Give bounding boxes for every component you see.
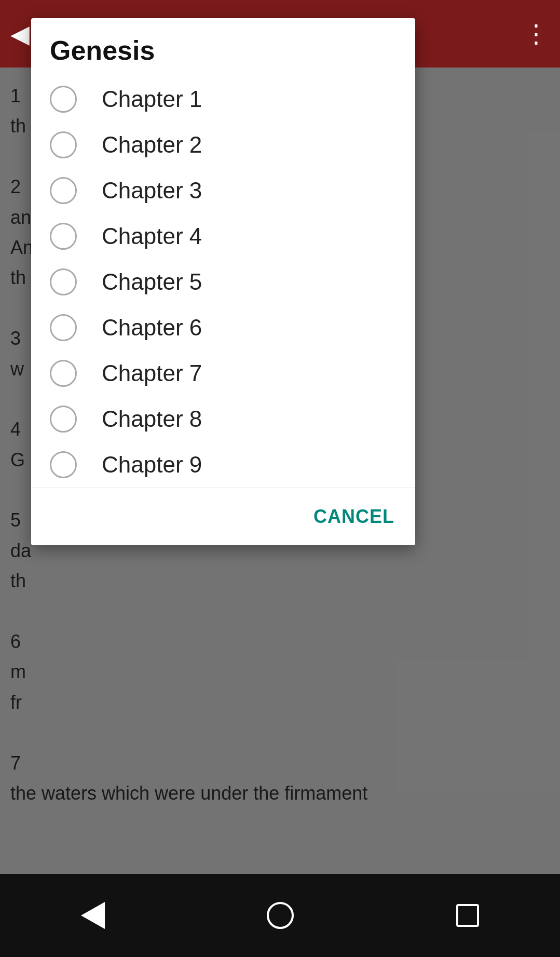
chapter-label: Chapter 9 [102, 452, 202, 478]
radio-button[interactable] [50, 268, 77, 295]
chapter-item[interactable]: Chapter 5 [31, 259, 415, 305]
radio-button[interactable] [50, 86, 77, 113]
radio-button[interactable] [50, 131, 77, 158]
chapter-item[interactable]: Chapter 4 [31, 213, 415, 259]
home-circle-icon [267, 902, 294, 929]
dialog-title: Genesis [31, 18, 415, 76]
cancel-button[interactable]: CANCEL [311, 501, 397, 533]
radio-button[interactable] [50, 177, 77, 204]
bottom-nav-bar [0, 874, 560, 957]
radio-button[interactable] [50, 223, 77, 250]
chapter-item[interactable]: Chapter 7 [31, 351, 415, 396]
chapter-list: Chapter 1Chapter 2Chapter 3Chapter 4Chap… [31, 76, 415, 488]
recents-square-icon [456, 904, 479, 927]
chapter-item[interactable]: Chapter 8 [31, 396, 415, 442]
chapter-label: Chapter 3 [102, 178, 202, 204]
radio-button[interactable] [50, 360, 77, 387]
chapter-select-dialog: Genesis Chapter 1Chapter 2Chapter 3Chapt… [31, 18, 415, 545]
radio-button[interactable] [50, 406, 77, 433]
nav-back-button[interactable] [81, 902, 105, 929]
chapter-label: Chapter 4 [102, 223, 202, 249]
chapter-label: Chapter 1 [102, 86, 202, 112]
back-arrow-icon[interactable]: ◀ [10, 19, 30, 48]
chapter-item[interactable]: Chapter 9 [31, 442, 415, 488]
chapter-item[interactable]: Chapter 1 [31, 76, 415, 122]
chapter-item[interactable]: Chapter 2 [31, 122, 415, 168]
chapter-label: Chapter 6 [102, 315, 202, 341]
dialog-actions: CANCEL [31, 488, 415, 545]
back-triangle-icon [81, 902, 105, 929]
more-options-icon[interactable]: ⋮ [524, 19, 550, 48]
chapter-item[interactable]: Chapter 3 [31, 168, 415, 213]
chapter-label: Chapter 8 [102, 406, 202, 432]
chapter-label: Chapter 2 [102, 132, 202, 158]
nav-recents-button[interactable] [456, 904, 479, 927]
nav-home-button[interactable] [267, 902, 294, 929]
radio-button[interactable] [50, 314, 77, 341]
chapter-label: Chapter 5 [102, 269, 202, 295]
radio-button[interactable] [50, 451, 77, 478]
chapter-item[interactable]: Chapter 6 [31, 305, 415, 351]
chapter-label: Chapter 7 [102, 360, 202, 386]
